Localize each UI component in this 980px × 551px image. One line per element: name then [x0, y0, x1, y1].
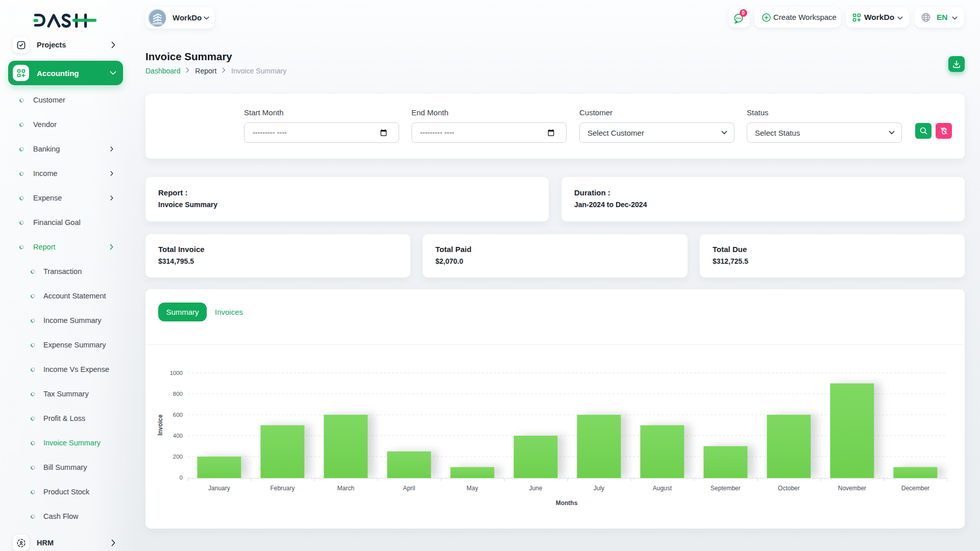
svg-text:June: June	[529, 485, 542, 492]
svg-text:October: October	[778, 485, 800, 492]
svg-text:January: January	[208, 485, 230, 492]
svg-text:November: November	[838, 485, 866, 492]
svg-text:September: September	[710, 485, 741, 492]
svg-text:Months: Months	[556, 499, 578, 507]
svg-text:April: April	[403, 485, 415, 492]
svg-text:0: 0	[180, 474, 183, 481]
svg-text:May: May	[467, 485, 478, 492]
svg-text:July: July	[594, 485, 604, 492]
svg-text:400: 400	[173, 433, 183, 439]
svg-text:1000: 1000	[169, 370, 183, 376]
svg-text:800: 800	[173, 391, 183, 397]
svg-text:200: 200	[173, 454, 183, 460]
svg-text:August: August	[653, 485, 672, 492]
svg-text:600: 600	[173, 412, 183, 418]
svg-text:February: February	[270, 485, 295, 492]
svg-text:March: March	[337, 485, 354, 492]
svg-text:Invoice: Invoice	[157, 414, 164, 436]
svg-text:December: December	[901, 485, 929, 492]
